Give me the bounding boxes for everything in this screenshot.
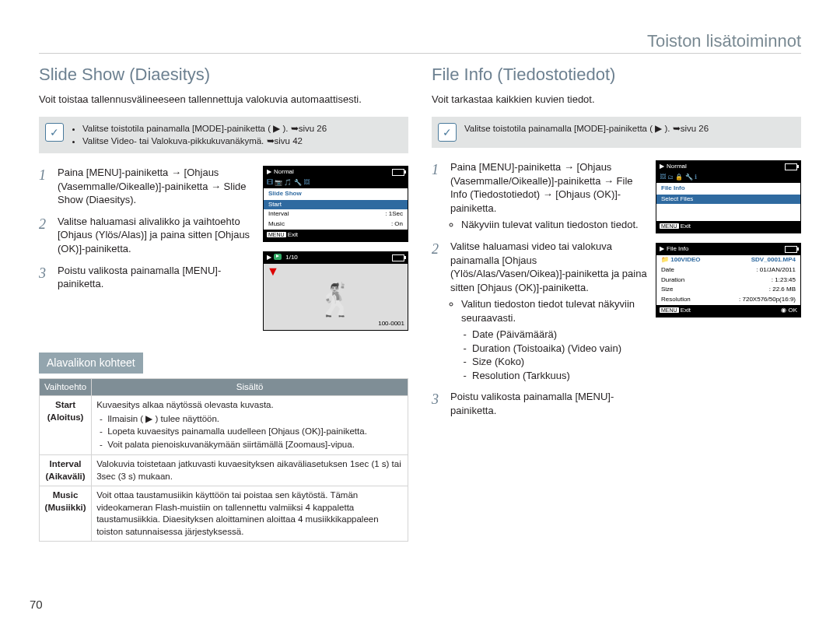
page-number: 70: [30, 598, 43, 611]
marker-icon: ▼: [267, 265, 279, 278]
note-item: Valitse toistotila painamalla [MODE]-pai…: [82, 123, 327, 135]
table-row: Start (Aloitus) Kuvaesitys alkaa näytöss…: [40, 396, 408, 455]
lcd-stack-right: ▶Normal 🖼 🗂 🔒 🔧 ℹ File Info Select Files…: [656, 160, 801, 322]
slide-show-heading: Slide Show (Diaesitys): [39, 63, 408, 86]
lcd-slideshow-play: ▶ 1/10 ▼ 🕺 100-0001: [263, 251, 408, 331]
step-item: Paina [MENU]-painiketta → [Ohjaus (Vasem…: [432, 160, 648, 232]
submenu-header: Alavalikon kohteet: [39, 353, 143, 374]
file-info-intro: Voit tarkastaa kaikkien kuvien tiedot.: [432, 93, 801, 107]
photo-silhouette-icon: 🕺: [317, 284, 355, 315]
page-header: Toiston lisätoiminnot: [39, 31, 801, 54]
table-row: Interval (Aikaväli) Valokuvia toistetaan…: [40, 455, 408, 486]
table-row: Music (Musiikki) Voit ottaa taustamusiik…: [40, 486, 408, 542]
left-column: Slide Show (Diaesitys) Voit toistaa tall…: [39, 63, 408, 542]
battery-icon: [392, 254, 404, 261]
file-info-heading: File Info (Tiedostotiedot): [432, 63, 801, 86]
note-item: Valitse Video- tai Valokuva-pikkukuvanäk…: [82, 135, 327, 148]
play-indicator-icon: [274, 254, 282, 260]
options-table: Vaihtoehto Sisältö Start (Aloitus) Kuvae…: [39, 378, 408, 542]
battery-icon: [785, 246, 797, 253]
note-box-left: ✓ Valitse toistotila painamalla [MODE]-p…: [39, 117, 408, 153]
step-item: Poistu valikosta painamalla [MENU]-paini…: [432, 390, 648, 417]
check-icon: ✓: [438, 123, 457, 142]
table-header: Vaihtoehto: [40, 378, 92, 396]
battery-icon: [392, 169, 404, 176]
right-column: File Info (Tiedostotiedot) Voit tarkasta…: [432, 63, 801, 542]
lcd-stack-left: ▶Normal 🎞 📷 🎵 🔧 🖼 Slide Show Start Inter…: [263, 166, 408, 335]
check-icon: ✓: [45, 123, 64, 142]
step-item: Poistu valikosta painamalla [MENU]-paini…: [39, 264, 255, 291]
step-item: Valitse haluamasi alivalikko ja vaihtoeh…: [39, 215, 255, 256]
step-item: Valitse haluamasi video tai valokuva pai…: [432, 240, 648, 382]
slide-show-intro: Voit toistaa tallennusvälineeseen tallen…: [39, 93, 408, 107]
lcd-fileinfo-menu: ▶Normal 🖼 🗂 🔒 🔧 ℹ File Info Select Files…: [656, 160, 801, 233]
step-item: Paina [MENU]-painiketta → [Ohjaus (Vasem…: [39, 166, 255, 207]
note-box-right: ✓ Valitse toistotila painamalla [MODE]-p…: [432, 117, 801, 148]
battery-icon: [785, 163, 797, 170]
page-title: Toiston lisätoiminnot: [647, 31, 801, 51]
table-header: Sisältö: [92, 378, 408, 396]
lcd-fileinfo-detail: ▶File Info 📁 100VIDEO SDV_0001.MP4 Date:…: [656, 243, 801, 317]
lcd-slideshow-menu: ▶Normal 🎞 📷 🎵 🔧 🖼 Slide Show Start Inter…: [263, 166, 408, 242]
